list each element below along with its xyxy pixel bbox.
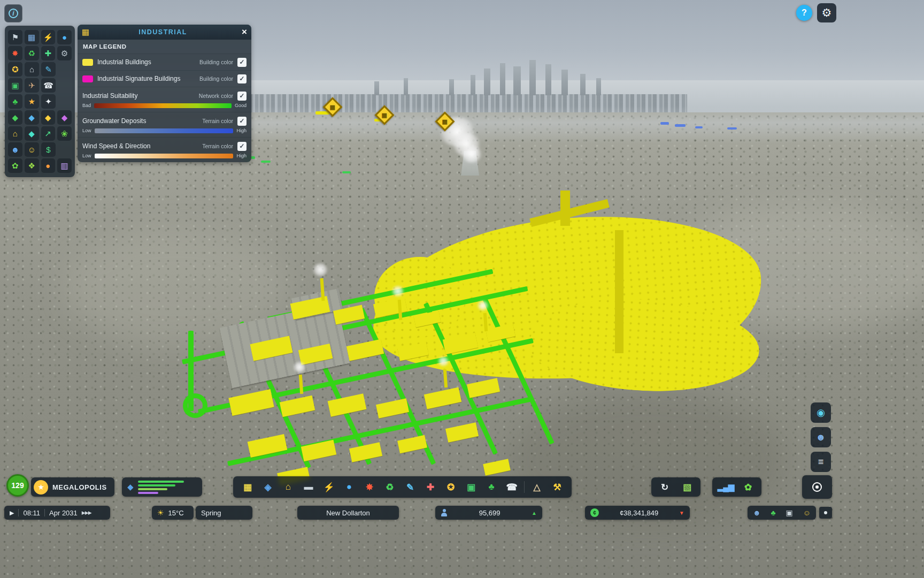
infoview-garbage-button[interactable]: ♻ xyxy=(25,46,39,60)
legend-row-label: Industrial Suitability xyxy=(82,92,199,100)
infoview-maintenance-button[interactable]: ⚙ xyxy=(57,46,72,60)
legend-checkbox[interactable]: ✓ xyxy=(237,92,247,101)
citizen-indicator-icon[interactable]: ☻ xyxy=(753,509,761,516)
park-indicator-icon[interactable]: ♣ xyxy=(771,509,776,516)
city-progress-pill[interactable]: ◆ xyxy=(122,477,202,497)
infoview-fire-hazard-button[interactable]: ✸ xyxy=(8,46,22,60)
infoview-oil-resources-button[interactable]: ◆ xyxy=(57,110,72,125)
areas-icon: ◈ xyxy=(264,482,271,493)
statistics-pill: ▂▄▆ ✿ xyxy=(712,477,761,497)
infoview-happiness-button[interactable]: ☺ xyxy=(25,142,39,157)
education-button[interactable]: ✎ xyxy=(402,479,418,495)
areas-button[interactable]: ◈ xyxy=(260,479,276,495)
legend-row-label: Groundwater Deposits xyxy=(82,117,202,125)
map-overview-button[interactable]: ◉ xyxy=(811,402,831,423)
info-panel-button[interactable]: i xyxy=(4,4,22,22)
legend-checkbox[interactable]: ✓ xyxy=(237,117,247,126)
infoview-electricity-button[interactable]: ⚡ xyxy=(41,30,56,44)
play-button[interactable]: ▶ xyxy=(10,509,14,516)
infoview-ore-resources-button[interactable]: ◆ xyxy=(8,110,22,125)
money-pill[interactable]: ¢ ¢38,341,849 ▼ xyxy=(585,506,690,520)
infoview-tourism-button[interactable]: ✈ xyxy=(25,78,39,93)
residential-icon: ⌂ xyxy=(13,130,18,138)
infoview-forest-resources-button[interactable]: ◆ xyxy=(25,110,39,125)
skyline-tower xyxy=(404,78,408,95)
infoview-statistics-button[interactable]: ▥ xyxy=(57,158,72,173)
water-button[interactable]: ● xyxy=(341,479,357,495)
infoview-nature-button[interactable]: ✿ xyxy=(8,158,22,173)
follow-citizen-button[interactable]: ☻ xyxy=(811,427,831,447)
bulldozer-button[interactable]: ⚒ xyxy=(549,479,565,495)
statistics-button[interactable]: ▂▄▆ xyxy=(718,479,734,495)
infoview-economy-button[interactable]: ↗ xyxy=(41,126,56,141)
city-name-pill[interactable]: New Dollarton xyxy=(297,506,399,520)
infoview-transport-button[interactable]: ▣ xyxy=(8,78,22,93)
help-icon: ? xyxy=(802,8,807,18)
map-marker[interactable]: ▦ xyxy=(437,113,453,130)
parks-recreation-icon: ♣ xyxy=(488,482,494,492)
police-button[interactable]: ✪ xyxy=(443,479,459,495)
milestone-pill[interactable]: ★ MEGALOPOLIS xyxy=(31,477,114,497)
progression-button[interactable]: ↻ xyxy=(657,479,673,495)
infoview-land-value-button[interactable]: ◆ xyxy=(25,126,39,141)
smoke-plume xyxy=(293,362,306,372)
infoview-leisure-button[interactable]: ✦ xyxy=(41,94,56,109)
map-tiles-button[interactable]: ▧ xyxy=(679,479,695,495)
infoview-healthcare-button[interactable]: ✚ xyxy=(41,46,56,60)
electricity-button[interactable]: ⚡ xyxy=(321,479,337,495)
skyline-tower xyxy=(596,78,601,95)
photo-mode-button[interactable] xyxy=(802,475,832,499)
map-marker[interactable]: ▦ xyxy=(376,107,392,123)
transportation-button[interactable]: ▣ xyxy=(463,479,479,495)
legend-gradient-row: Low High xyxy=(82,153,247,158)
service-indicator-icon[interactable]: ▣ xyxy=(786,509,793,516)
infoview-residential-button[interactable]: ⌂ xyxy=(8,126,22,141)
milestone-level-badge[interactable]: 129 xyxy=(6,474,29,497)
legend-row-type: Network color xyxy=(199,93,233,99)
healthcare-button[interactable]: ✚ xyxy=(422,479,438,495)
infoview-administration-button[interactable]: ⌂ xyxy=(25,62,39,77)
help-button[interactable]: ? xyxy=(796,5,812,21)
infoview-zones-button[interactable]: ▦ xyxy=(25,30,39,44)
water-icon: ● xyxy=(346,482,352,492)
statistics-icon: ▥ xyxy=(61,162,68,170)
infoview-communications-button[interactable]: ☎ xyxy=(41,78,56,93)
settings-button[interactable]: ⚙ xyxy=(817,3,836,22)
legend-checkbox[interactable]: ✓ xyxy=(237,142,247,151)
indicator-pill: ☻ ♣ ▣ ☺ xyxy=(748,506,816,520)
corner-camera-button[interactable] xyxy=(819,507,832,519)
infoview-events-button[interactable]: ● xyxy=(41,158,56,173)
infoview-population-button[interactable]: ☻ xyxy=(8,142,22,157)
roads-button[interactable]: ▬ xyxy=(301,479,317,495)
infoview-money-button[interactable]: $ xyxy=(41,142,56,157)
signature-buildings-button[interactable]: ⌂ xyxy=(280,479,296,495)
garbage-button[interactable]: ♻ xyxy=(382,479,398,495)
healthcare-icon: ✚ xyxy=(45,49,52,57)
journal-button[interactable]: ≡ xyxy=(811,452,831,472)
happiness-indicator-icon[interactable]: ☺ xyxy=(803,509,811,516)
infoview-fertile-land-button[interactable]: ◆ xyxy=(41,110,56,125)
map-marker[interactable]: ▦ xyxy=(325,99,341,115)
zoning-button[interactable]: ▦ xyxy=(240,479,256,495)
infoview-milestones-button[interactable]: ⚑ xyxy=(8,30,22,44)
fire-rescue-button[interactable]: ✸ xyxy=(361,479,378,495)
population-pill[interactable]: 95,699 ▲ xyxy=(435,506,542,520)
main-toolbar: ▦ ◈ ⌂ ▬ ⚡ ● ✸ ♻ ✎ ✚ ✪ ▣ ♣ ☎ △ ⚒ xyxy=(233,476,572,498)
infoview-wildlife-button[interactable]: ❖ xyxy=(25,158,39,173)
infoview-parks-button[interactable]: ♣ xyxy=(8,94,22,109)
close-icon[interactable]: × xyxy=(236,27,247,37)
speed-control[interactable]: ▶▶▶ xyxy=(82,510,91,515)
landscaping-button[interactable]: △ xyxy=(529,479,545,495)
parks-recreation-button[interactable]: ♣ xyxy=(483,479,499,495)
infoview-agriculture-button[interactable]: ❀ xyxy=(57,126,72,141)
legend-checkbox[interactable]: ✓ xyxy=(237,58,247,67)
legend-checkbox[interactable]: ✓ xyxy=(237,74,247,83)
infoview-police-button[interactable]: ✪ xyxy=(8,62,22,77)
marker-diamond-icon: ▦ xyxy=(323,97,343,117)
communications-button[interactable]: ☎ xyxy=(504,479,520,495)
infoview-water-button[interactable]: ● xyxy=(57,30,72,44)
smoke-plume xyxy=(477,301,489,310)
infoview-commercial-button[interactable]: ★ xyxy=(25,94,39,109)
infoview-education-button[interactable]: ✎ xyxy=(41,62,56,77)
environment-button[interactable]: ✿ xyxy=(740,479,756,495)
